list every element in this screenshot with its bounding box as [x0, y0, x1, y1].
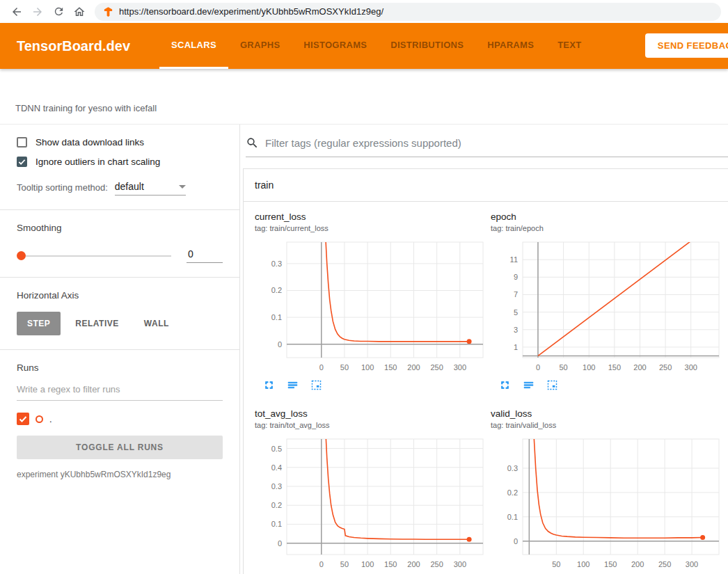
- chart-title: current_loss: [255, 212, 486, 222]
- svg-text:300: 300: [454, 560, 466, 568]
- address-bar[interactable]: https://tensorboard.dev/experiment/yKUbh…: [95, 3, 721, 21]
- svg-text:0: 0: [319, 363, 324, 372]
- tab-histograms[interactable]: HISTOGRAMS: [292, 23, 379, 69]
- ignore-outliers-checkbox[interactable]: [17, 157, 27, 167]
- svg-text:50: 50: [340, 363, 349, 372]
- show-download-links-checkbox[interactable]: [17, 137, 27, 148]
- svg-text:11: 11: [510, 255, 518, 264]
- ignore-outliers-row: Ignore outliers in chart scaling: [17, 157, 223, 167]
- content: Show data download links Ignore outliers…: [0, 124, 728, 574]
- fit-domain-icon[interactable]: [546, 379, 558, 393]
- svg-text:50: 50: [552, 560, 560, 568]
- general-settings-section: Show data download links Ignore outliers…: [0, 125, 239, 210]
- svg-text:0: 0: [319, 560, 324, 568]
- svg-text:150: 150: [604, 560, 617, 568]
- data-table-icon[interactable]: [287, 379, 299, 393]
- slider-handle[interactable]: [17, 251, 26, 260]
- line-chart-epoch[interactable]: 0501001502002503001357911: [491, 238, 722, 377]
- home-icon[interactable]: [70, 2, 89, 22]
- run-checkbox[interactable]: [17, 413, 29, 425]
- svg-text:0: 0: [514, 537, 518, 545]
- data-table-icon[interactable]: [523, 379, 535, 393]
- reload-icon[interactable]: [49, 2, 68, 22]
- svg-text:0.3: 0.3: [271, 482, 282, 491]
- svg-text:0.4: 0.4: [271, 463, 282, 472]
- svg-text:300: 300: [685, 363, 697, 372]
- tab-scalars[interactable]: SCALARS: [159, 23, 228, 69]
- svg-text:200: 200: [631, 560, 644, 568]
- chart-title: valid_loss: [491, 408, 722, 419]
- svg-text:250: 250: [659, 363, 672, 372]
- tab-distributions[interactable]: DISTRIBUTIONS: [379, 23, 475, 69]
- toggle-all-runs-button[interactable]: TOGGLE ALL RUNS: [17, 436, 223, 459]
- horizontal-axis-section: Horizontal Axis STEP RELATIVE WALL: [0, 278, 239, 350]
- svg-text:1: 1: [514, 343, 518, 351]
- line-chart-valid-loss[interactable]: 5010015020025030000.10.20.3: [491, 435, 722, 574]
- svg-text:200: 200: [407, 363, 420, 372]
- chart-card-valid-loss: valid_loss tag: train/valid_loss 5010015…: [491, 408, 722, 574]
- svg-text:100: 100: [361, 560, 374, 568]
- chart-toolbar: [491, 379, 722, 393]
- tab-graphs[interactable]: GRAPHS: [228, 23, 292, 69]
- tooltip-sorting-value: default: [115, 181, 144, 192]
- back-icon[interactable]: [7, 2, 26, 22]
- axis-relative-button[interactable]: RELATIVE: [65, 312, 129, 335]
- svg-text:100: 100: [583, 363, 595, 372]
- svg-text:150: 150: [384, 560, 397, 568]
- svg-text:5: 5: [514, 308, 518, 317]
- smoothing-label: Smoothing: [17, 223, 223, 233]
- smoothing-value-input[interactable]: 0: [187, 248, 223, 263]
- expand-chart-icon[interactable]: [499, 379, 511, 393]
- tab-hparams[interactable]: HPARAMS: [475, 23, 546, 69]
- svg-text:7: 7: [514, 290, 518, 298]
- runs-filter-input[interactable]: [17, 384, 223, 401]
- ignore-outliers-label: Ignore outliers in chart scaling: [35, 157, 160, 167]
- tag-group-header[interactable]: train: [244, 169, 728, 202]
- svg-text:0.2: 0.2: [507, 488, 518, 497]
- tag-group-card: train current_loss tag: train/current_lo…: [243, 168, 728, 574]
- search-icon: [246, 136, 259, 150]
- slider-track[interactable]: [26, 255, 171, 257]
- svg-text:300: 300: [686, 560, 698, 568]
- chart-title: tot_avg_loss: [255, 408, 486, 419]
- svg-text:250: 250: [430, 560, 443, 568]
- svg-text:150: 150: [608, 363, 621, 372]
- svg-text:0.3: 0.3: [507, 464, 518, 472]
- show-download-links-row: Show data download links: [17, 137, 223, 148]
- svg-text:0.1: 0.1: [271, 520, 282, 528]
- chart-title: epoch: [491, 212, 722, 222]
- url-text[interactable]: https://tensorboard.dev/experiment/yKUbh…: [119, 6, 383, 17]
- tooltip-sorting-select[interactable]: default: [115, 181, 186, 196]
- smoothing-section: Smoothing 0: [0, 210, 239, 278]
- tab-text[interactable]: TEXT: [546, 23, 593, 69]
- expand-chart-icon[interactable]: [263, 379, 275, 393]
- svg-text:250: 250: [658, 560, 671, 568]
- axis-wall-button[interactable]: WALL: [134, 312, 180, 335]
- run-name: .: [49, 414, 52, 424]
- horizontal-axis-label: Horizontal Axis: [17, 290, 223, 301]
- app-title[interactable]: TensorBoard.dev: [0, 23, 159, 69]
- fit-domain-icon[interactable]: [310, 379, 322, 393]
- main-panel: train current_loss tag: train/current_lo…: [240, 125, 728, 574]
- chart-toolbar: [255, 379, 486, 393]
- forward-icon[interactable]: [28, 2, 47, 22]
- send-feedback-button[interactable]: SEND FEEDBACK: [645, 33, 728, 58]
- charts-grid: current_loss tag: train/current_loss 050…: [244, 202, 728, 574]
- runs-label: Runs: [17, 362, 223, 373]
- filter-tags-input[interactable]: [265, 137, 728, 149]
- app-header: TensorBoard.dev SCALARS GRAPHS HISTOGRAM…: [0, 23, 728, 69]
- run-row: .: [17, 413, 223, 425]
- svg-text:0.3: 0.3: [271, 260, 282, 268]
- line-chart-tot-avg-loss[interactable]: 05010015020025030000.10.20.30.40.5: [255, 435, 486, 574]
- chevron-down-icon: [179, 185, 186, 189]
- chart-tag: tag: train/tot_avg_loss: [255, 421, 486, 429]
- smoothing-slider[interactable]: [17, 251, 171, 260]
- svg-text:0.5: 0.5: [271, 445, 282, 453]
- chart-tag: tag: train/valid_loss: [491, 421, 722, 429]
- svg-text:100: 100: [361, 363, 374, 372]
- settings-sidebar: Show data download links Ignore outliers…: [0, 125, 240, 574]
- axis-step-button[interactable]: STEP: [17, 312, 61, 335]
- line-chart-current-loss[interactable]: 05010015020025030000.10.20.3: [255, 238, 486, 377]
- chart-tag: tag: train/epoch: [491, 224, 722, 232]
- svg-text:0: 0: [536, 363, 540, 372]
